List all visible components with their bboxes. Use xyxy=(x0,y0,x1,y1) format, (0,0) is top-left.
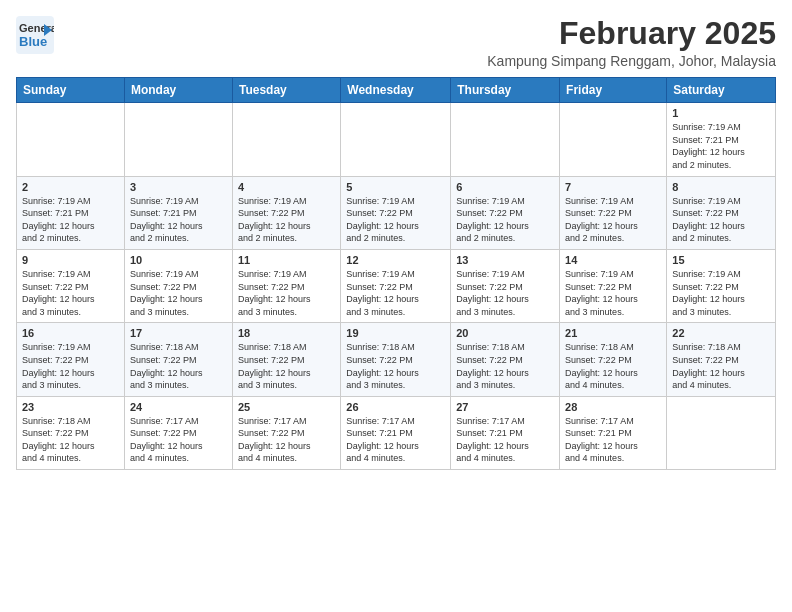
calendar-week-row: 1Sunrise: 7:19 AM Sunset: 7:21 PM Daylig… xyxy=(17,103,776,176)
calendar-cell: 13Sunrise: 7:19 AM Sunset: 7:22 PM Dayli… xyxy=(451,249,560,322)
calendar-cell: 9Sunrise: 7:19 AM Sunset: 7:22 PM Daylig… xyxy=(17,249,125,322)
calendar-cell: 28Sunrise: 7:17 AM Sunset: 7:21 PM Dayli… xyxy=(560,396,667,469)
calendar-cell: 2Sunrise: 7:19 AM Sunset: 7:21 PM Daylig… xyxy=(17,176,125,249)
calendar-cell: 8Sunrise: 7:19 AM Sunset: 7:22 PM Daylig… xyxy=(667,176,776,249)
logo-icon: General Blue xyxy=(16,16,54,54)
calendar-cell: 7Sunrise: 7:19 AM Sunset: 7:22 PM Daylig… xyxy=(560,176,667,249)
day-number: 21 xyxy=(565,327,661,339)
calendar-day-header: Monday xyxy=(124,78,232,103)
calendar-cell xyxy=(451,103,560,176)
location-subtitle: Kampung Simpang Renggam, Johor, Malaysia xyxy=(487,53,776,69)
calendar-week-row: 2Sunrise: 7:19 AM Sunset: 7:21 PM Daylig… xyxy=(17,176,776,249)
cell-info: Sunrise: 7:19 AM Sunset: 7:22 PM Dayligh… xyxy=(456,195,554,245)
day-number: 9 xyxy=(22,254,119,266)
calendar-table: SundayMondayTuesdayWednesdayThursdayFrid… xyxy=(16,77,776,470)
day-number: 14 xyxy=(565,254,661,266)
calendar-cell: 19Sunrise: 7:18 AM Sunset: 7:22 PM Dayli… xyxy=(341,323,451,396)
calendar-cell: 14Sunrise: 7:19 AM Sunset: 7:22 PM Dayli… xyxy=(560,249,667,322)
calendar-cell: 3Sunrise: 7:19 AM Sunset: 7:21 PM Daylig… xyxy=(124,176,232,249)
calendar-cell xyxy=(232,103,340,176)
cell-info: Sunrise: 7:19 AM Sunset: 7:22 PM Dayligh… xyxy=(672,195,770,245)
calendar-day-header: Tuesday xyxy=(232,78,340,103)
calendar-cell xyxy=(341,103,451,176)
day-number: 18 xyxy=(238,327,335,339)
calendar-day-header: Sunday xyxy=(17,78,125,103)
calendar-cell xyxy=(667,396,776,469)
cell-info: Sunrise: 7:18 AM Sunset: 7:22 PM Dayligh… xyxy=(22,415,119,465)
day-number: 12 xyxy=(346,254,445,266)
cell-info: Sunrise: 7:19 AM Sunset: 7:22 PM Dayligh… xyxy=(22,341,119,391)
day-number: 19 xyxy=(346,327,445,339)
cell-info: Sunrise: 7:19 AM Sunset: 7:22 PM Dayligh… xyxy=(22,268,119,318)
day-number: 25 xyxy=(238,401,335,413)
day-number: 15 xyxy=(672,254,770,266)
calendar-week-row: 9Sunrise: 7:19 AM Sunset: 7:22 PM Daylig… xyxy=(17,249,776,322)
calendar-day-header: Wednesday xyxy=(341,78,451,103)
calendar-cell: 5Sunrise: 7:19 AM Sunset: 7:22 PM Daylig… xyxy=(341,176,451,249)
title-section: February 2025 Kampung Simpang Renggam, J… xyxy=(487,16,776,69)
calendar-cell: 6Sunrise: 7:19 AM Sunset: 7:22 PM Daylig… xyxy=(451,176,560,249)
day-number: 27 xyxy=(456,401,554,413)
calendar-day-header: Friday xyxy=(560,78,667,103)
day-number: 13 xyxy=(456,254,554,266)
day-number: 4 xyxy=(238,181,335,193)
calendar-cell: 12Sunrise: 7:19 AM Sunset: 7:22 PM Dayli… xyxy=(341,249,451,322)
day-number: 20 xyxy=(456,327,554,339)
cell-info: Sunrise: 7:17 AM Sunset: 7:21 PM Dayligh… xyxy=(565,415,661,465)
calendar-week-row: 16Sunrise: 7:19 AM Sunset: 7:22 PM Dayli… xyxy=(17,323,776,396)
calendar-cell xyxy=(560,103,667,176)
calendar-header-row: SundayMondayTuesdayWednesdayThursdayFrid… xyxy=(17,78,776,103)
page-header: General Blue February 2025 Kampung Simpa… xyxy=(16,16,776,69)
cell-info: Sunrise: 7:19 AM Sunset: 7:22 PM Dayligh… xyxy=(565,268,661,318)
day-number: 5 xyxy=(346,181,445,193)
calendar-cell xyxy=(17,103,125,176)
calendar-cell: 1Sunrise: 7:19 AM Sunset: 7:21 PM Daylig… xyxy=(667,103,776,176)
calendar-week-row: 23Sunrise: 7:18 AM Sunset: 7:22 PM Dayli… xyxy=(17,396,776,469)
cell-info: Sunrise: 7:19 AM Sunset: 7:21 PM Dayligh… xyxy=(672,121,770,171)
day-number: 26 xyxy=(346,401,445,413)
cell-info: Sunrise: 7:17 AM Sunset: 7:21 PM Dayligh… xyxy=(346,415,445,465)
day-number: 3 xyxy=(130,181,227,193)
cell-info: Sunrise: 7:19 AM Sunset: 7:22 PM Dayligh… xyxy=(238,268,335,318)
logo: General Blue xyxy=(16,16,54,54)
calendar-cell: 18Sunrise: 7:18 AM Sunset: 7:22 PM Dayli… xyxy=(232,323,340,396)
day-number: 11 xyxy=(238,254,335,266)
calendar-cell: 11Sunrise: 7:19 AM Sunset: 7:22 PM Dayli… xyxy=(232,249,340,322)
day-number: 6 xyxy=(456,181,554,193)
calendar-day-header: Saturday xyxy=(667,78,776,103)
calendar-cell: 20Sunrise: 7:18 AM Sunset: 7:22 PM Dayli… xyxy=(451,323,560,396)
calendar-day-header: Thursday xyxy=(451,78,560,103)
cell-info: Sunrise: 7:18 AM Sunset: 7:22 PM Dayligh… xyxy=(346,341,445,391)
calendar-cell: 22Sunrise: 7:18 AM Sunset: 7:22 PM Dayli… xyxy=(667,323,776,396)
cell-info: Sunrise: 7:19 AM Sunset: 7:21 PM Dayligh… xyxy=(22,195,119,245)
cell-info: Sunrise: 7:18 AM Sunset: 7:22 PM Dayligh… xyxy=(238,341,335,391)
calendar-cell: 27Sunrise: 7:17 AM Sunset: 7:21 PM Dayli… xyxy=(451,396,560,469)
calendar-cell: 26Sunrise: 7:17 AM Sunset: 7:21 PM Dayli… xyxy=(341,396,451,469)
calendar-cell: 10Sunrise: 7:19 AM Sunset: 7:22 PM Dayli… xyxy=(124,249,232,322)
day-number: 8 xyxy=(672,181,770,193)
day-number: 24 xyxy=(130,401,227,413)
cell-info: Sunrise: 7:17 AM Sunset: 7:22 PM Dayligh… xyxy=(130,415,227,465)
day-number: 23 xyxy=(22,401,119,413)
cell-info: Sunrise: 7:18 AM Sunset: 7:22 PM Dayligh… xyxy=(456,341,554,391)
calendar-cell: 25Sunrise: 7:17 AM Sunset: 7:22 PM Dayli… xyxy=(232,396,340,469)
month-year-title: February 2025 xyxy=(487,16,776,51)
calendar-cell: 23Sunrise: 7:18 AM Sunset: 7:22 PM Dayli… xyxy=(17,396,125,469)
cell-info: Sunrise: 7:19 AM Sunset: 7:22 PM Dayligh… xyxy=(346,195,445,245)
day-number: 16 xyxy=(22,327,119,339)
cell-info: Sunrise: 7:19 AM Sunset: 7:22 PM Dayligh… xyxy=(456,268,554,318)
cell-info: Sunrise: 7:17 AM Sunset: 7:22 PM Dayligh… xyxy=(238,415,335,465)
cell-info: Sunrise: 7:19 AM Sunset: 7:22 PM Dayligh… xyxy=(346,268,445,318)
calendar-cell xyxy=(124,103,232,176)
day-number: 10 xyxy=(130,254,227,266)
cell-info: Sunrise: 7:19 AM Sunset: 7:22 PM Dayligh… xyxy=(565,195,661,245)
calendar-cell: 17Sunrise: 7:18 AM Sunset: 7:22 PM Dayli… xyxy=(124,323,232,396)
calendar-cell: 16Sunrise: 7:19 AM Sunset: 7:22 PM Dayli… xyxy=(17,323,125,396)
day-number: 2 xyxy=(22,181,119,193)
cell-info: Sunrise: 7:18 AM Sunset: 7:22 PM Dayligh… xyxy=(130,341,227,391)
calendar-cell: 21Sunrise: 7:18 AM Sunset: 7:22 PM Dayli… xyxy=(560,323,667,396)
calendar-cell: 15Sunrise: 7:19 AM Sunset: 7:22 PM Dayli… xyxy=(667,249,776,322)
day-number: 17 xyxy=(130,327,227,339)
cell-info: Sunrise: 7:18 AM Sunset: 7:22 PM Dayligh… xyxy=(565,341,661,391)
calendar-cell: 4Sunrise: 7:19 AM Sunset: 7:22 PM Daylig… xyxy=(232,176,340,249)
